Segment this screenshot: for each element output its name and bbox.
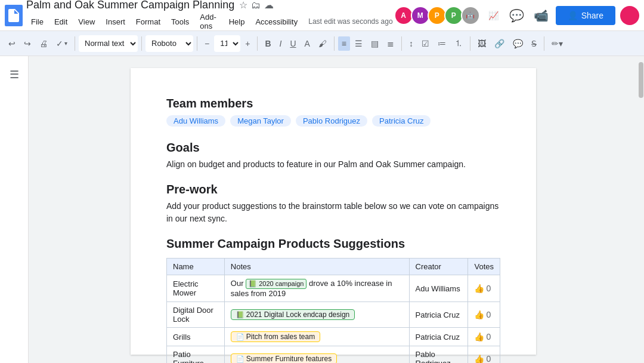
font-increase-button[interactable]: +	[242, 36, 253, 51]
menu-addons[interactable]: Add-ons	[195, 11, 222, 32]
goals-section: Goals Align on budget and products to fe…	[166, 141, 500, 171]
text-style-select[interactable]: Normal text Heading 1 Heading 2 Heading …	[79, 35, 138, 52]
avatar-1[interactable]: A	[394, 6, 413, 25]
document-area[interactable]: Team members Adu Williams Megan Taylor P…	[29, 56, 638, 363]
vote-button-0[interactable]: 👍 0	[474, 284, 491, 293]
chip-grills[interactable]: Pitch from sales team	[231, 331, 320, 342]
cell-votes: 👍 0	[468, 302, 500, 328]
last-edit-status: Last edit was seconds ago	[304, 17, 392, 26]
collaborator-avatars: A M P P 🤖	[397, 6, 480, 25]
bold-button[interactable]: B	[261, 36, 274, 51]
vote-button-2[interactable]: 👍 0	[474, 332, 491, 342]
document-title[interactable]: Palm and Oak Summer Campaign Planning	[26, 0, 234, 11]
bullet-list-button[interactable]: ≔	[434, 36, 450, 51]
cell-notes: Our 📗 2020 campaign drove a 10% increase…	[224, 275, 409, 302]
menu-format[interactable]: Format	[131, 16, 165, 27]
scroll-thumb[interactable]	[639, 62, 643, 98]
menu-tools[interactable]: Tools	[166, 16, 194, 27]
cell-votes: 👍 0	[468, 275, 500, 302]
chip-campaign[interactable]: 📗 2020 campaign	[246, 279, 306, 289]
underline-button[interactable]: U	[286, 36, 299, 51]
cell-name: Grills	[167, 328, 225, 346]
font-size-select[interactable]: 11 12 14	[214, 35, 240, 52]
comment-button[interactable]: 💬	[509, 36, 527, 51]
menu-help[interactable]: Help	[224, 16, 250, 27]
chip-adu: Adu Williams	[166, 115, 225, 127]
team-section: Team members Adu Williams Megan Taylor P…	[166, 97, 500, 127]
user-avatar[interactable]	[620, 6, 639, 25]
vote-button-3[interactable]: 👍 0	[474, 354, 491, 363]
col-name: Name	[167, 259, 225, 275]
outline-icon[interactable]: ☰	[5, 63, 24, 86]
toolbar-separator-5	[334, 36, 335, 51]
strikethrough-button[interactable]: S̶	[528, 36, 540, 51]
scrollbar[interactable]	[638, 56, 644, 363]
menu-accessibility[interactable]: Accessibility	[250, 16, 302, 27]
menu-insert[interactable]: Insert	[101, 16, 130, 27]
team-chips: Adu Williams Megan Taylor Pablo Rodrigue…	[166, 115, 500, 127]
avatar-bot[interactable]: 🤖	[461, 6, 480, 25]
chip-pablo: Pablo Rodriguez	[296, 115, 367, 127]
more-formatting-button[interactable]: ✏▾	[548, 36, 566, 51]
toolbar-separator-6	[401, 36, 402, 51]
toolbar-separator-4	[257, 36, 258, 51]
table-row: Patio Furniture Summer Furniture feature…	[167, 346, 500, 364]
align-left-button[interactable]: ≡	[338, 36, 350, 51]
menu-file[interactable]: File	[26, 16, 48, 27]
share-button[interactable]: 👤 Share	[556, 6, 615, 25]
table-row: Digital Door Lock 2021 Digital Lock endc…	[167, 302, 500, 328]
avatar-2[interactable]: M	[411, 6, 430, 25]
link-button[interactable]: 🔗	[491, 36, 508, 51]
undo-button[interactable]: ↩	[5, 36, 19, 51]
cell-name: Digital Door Lock	[167, 302, 225, 328]
col-votes: Votes	[468, 259, 500, 275]
chip-patricia: Patricia Cruz	[372, 115, 431, 127]
align-right-button[interactable]: ▤	[367, 36, 382, 51]
menu-view[interactable]: View	[73, 16, 100, 27]
menu-edit[interactable]: Edit	[49, 16, 72, 27]
avatar-4[interactable]: P	[444, 6, 463, 25]
redo-button[interactable]: ↪	[20, 36, 35, 51]
spell-check-button[interactable]: ✓▾	[52, 36, 71, 51]
meet-button[interactable]: 📹	[531, 6, 551, 25]
line-spacing-button[interactable]: ↕	[405, 36, 417, 51]
table-section: Summer Campaign Products Suggestions Nam…	[166, 237, 500, 363]
highlight-button[interactable]: 🖌	[315, 36, 330, 51]
font-select[interactable]: Roboto Arial	[145, 35, 193, 52]
col-creator: Creator	[409, 259, 468, 275]
team-heading: Team members	[166, 97, 500, 110]
prework-heading: Pre-work	[166, 183, 500, 196]
cloud-icon[interactable]: ☁	[264, 0, 274, 11]
toolbar-separator-2	[141, 36, 142, 51]
chat-button[interactable]: 💬	[507, 6, 527, 25]
document: Team members Adu Williams Megan Taylor P…	[131, 68, 536, 355]
checklist-button[interactable]: ☑	[418, 36, 433, 51]
cell-votes: 👍 0	[468, 346, 500, 364]
cell-creator: Patricia Cruz	[409, 302, 468, 328]
products-table: Name Notes Creator Votes Electric Mower …	[166, 258, 500, 363]
notes-text: Our 📗 2020 campaign drove a 10% increase…	[231, 279, 392, 298]
toolbar: ↩ ↪ 🖨 ✓▾ Normal text Heading 1 Heading 2…	[0, 31, 644, 56]
star-icon[interactable]: ☆	[239, 0, 247, 11]
print-button[interactable]: 🖨	[36, 36, 51, 51]
align-center-button[interactable]: ☰	[351, 36, 366, 51]
share-label: Share	[581, 11, 603, 20]
right-controls: A M P P 🤖 📈 💬 📹 👤 Share	[397, 6, 639, 25]
chip-digital-lock[interactable]: 2021 Digital Lock endcap design	[231, 309, 355, 320]
font-decrease-button[interactable]: −	[201, 36, 213, 51]
col-notes: Notes	[224, 259, 409, 275]
avatar-3[interactable]: P	[428, 6, 447, 25]
numbered-list-button[interactable]: ⒈	[451, 36, 466, 51]
align-justify-button[interactable]: ≣	[383, 36, 398, 51]
text-color-button[interactable]: A	[301, 36, 314, 51]
italic-button[interactable]: I	[276, 36, 286, 51]
cell-notes: Summer Furniture features	[224, 346, 409, 364]
vote-button-1[interactable]: 👍 0	[474, 310, 491, 319]
image-button[interactable]: 🖼	[474, 36, 490, 51]
table-row: Electric Mower Our 📗 2020 campaign drove…	[167, 275, 500, 302]
prework-body: Add your product suggestions to the brai…	[166, 200, 500, 225]
chip-patio[interactable]: Summer Furniture features	[231, 353, 337, 363]
drive-icon[interactable]: 🗂	[251, 0, 261, 11]
table-heading: Summer Campaign Products Suggestions	[166, 237, 500, 251]
trending-icon-button[interactable]: 📈	[485, 8, 502, 23]
